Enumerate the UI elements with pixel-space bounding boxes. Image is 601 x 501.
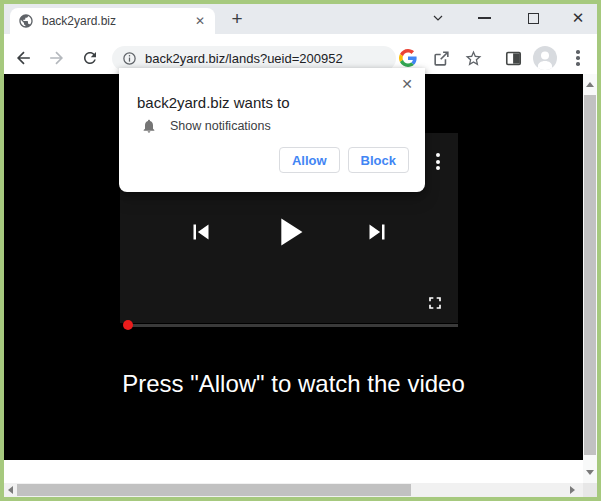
window-maximize-button[interactable] bbox=[522, 7, 544, 29]
bookmark-button[interactable] bbox=[461, 46, 485, 70]
permission-label: Show notifications bbox=[170, 119, 271, 133]
window-close-button[interactable]: ✕ bbox=[567, 7, 589, 29]
forward-arrow-icon bbox=[46, 48, 66, 68]
dialog-close-icon[interactable]: ✕ bbox=[401, 76, 413, 92]
progress-bar[interactable] bbox=[128, 324, 458, 327]
google-logo-button[interactable] bbox=[396, 46, 420, 70]
google-g-icon bbox=[399, 49, 417, 67]
skip-previous-icon bbox=[186, 217, 216, 247]
block-button[interactable]: Block bbox=[348, 147, 409, 173]
refresh-icon bbox=[81, 49, 99, 67]
bell-icon bbox=[141, 118, 157, 134]
maximize-icon bbox=[528, 13, 539, 24]
next-track-button[interactable] bbox=[362, 217, 392, 247]
avatar bbox=[533, 46, 557, 70]
tab-strip: back2yard.biz ✕ + ✕ bbox=[4, 4, 597, 34]
scroll-up-arrow-icon[interactable] bbox=[586, 82, 594, 87]
permission-row: Show notifications bbox=[141, 118, 271, 134]
chevron-down-icon bbox=[430, 10, 446, 26]
vertical-scroll-thumb[interactable] bbox=[584, 95, 596, 455]
vertical-scrollbar[interactable] bbox=[583, 74, 597, 483]
side-panel-icon bbox=[504, 49, 523, 68]
minimize-icon bbox=[478, 17, 491, 19]
player-menu-icon[interactable] bbox=[436, 153, 440, 170]
three-dots-icon bbox=[576, 50, 580, 66]
globe-favicon-icon bbox=[18, 13, 34, 29]
url-text[interactable]: back2yard.biz/lands?ueid=200952 bbox=[145, 51, 343, 66]
star-icon bbox=[464, 49, 483, 68]
skip-next-icon bbox=[362, 217, 392, 247]
scroll-left-arrow-icon[interactable] bbox=[8, 486, 13, 494]
tab-title: back2yard.biz bbox=[42, 14, 193, 28]
browser-tab[interactable]: back2yard.biz ✕ bbox=[10, 8, 215, 34]
previous-track-button[interactable] bbox=[186, 217, 216, 247]
dialog-title: back2yard.biz wants to bbox=[137, 94, 290, 111]
tab-close-icon[interactable]: ✕ bbox=[193, 14, 207, 28]
share-icon bbox=[432, 49, 451, 68]
window-minimize-button[interactable] bbox=[473, 7, 495, 29]
page-below-fold bbox=[4, 460, 583, 483]
allow-button[interactable]: Allow bbox=[279, 147, 340, 173]
progress-handle[interactable] bbox=[123, 320, 133, 330]
scroll-down-arrow-icon[interactable] bbox=[586, 470, 594, 475]
fullscreen-button[interactable] bbox=[425, 293, 445, 313]
share-button[interactable] bbox=[429, 46, 453, 70]
browser-menu-button[interactable] bbox=[566, 46, 590, 70]
horizontal-scrollbar[interactable] bbox=[4, 483, 583, 497]
forward-button[interactable] bbox=[44, 46, 68, 70]
new-tab-button[interactable]: + bbox=[225, 7, 249, 31]
fullscreen-icon bbox=[425, 293, 445, 313]
person-icon bbox=[533, 46, 557, 70]
window-chevron-button[interactable] bbox=[427, 7, 449, 29]
scroll-right-arrow-icon[interactable] bbox=[570, 486, 575, 494]
horizontal-scroll-thumb[interactable] bbox=[17, 484, 411, 496]
scrollbar-corner bbox=[583, 483, 597, 497]
browser-window: back2yard.biz ✕ + ✕ back2yard.biz/lands?… bbox=[0, 0, 601, 501]
page-info-icon[interactable] bbox=[122, 51, 137, 66]
player-controls bbox=[120, 209, 458, 255]
play-icon bbox=[266, 209, 312, 255]
refresh-button[interactable] bbox=[78, 46, 102, 70]
page-message: Press "Allow" to watch the video bbox=[4, 370, 583, 398]
side-panel-button[interactable] bbox=[501, 46, 525, 70]
notification-permission-dialog: ✕ back2yard.biz wants to Show notificati… bbox=[119, 68, 425, 192]
play-button[interactable] bbox=[266, 209, 312, 255]
profile-button[interactable] bbox=[533, 46, 557, 70]
back-arrow-icon bbox=[14, 48, 34, 68]
back-button[interactable] bbox=[12, 46, 36, 70]
